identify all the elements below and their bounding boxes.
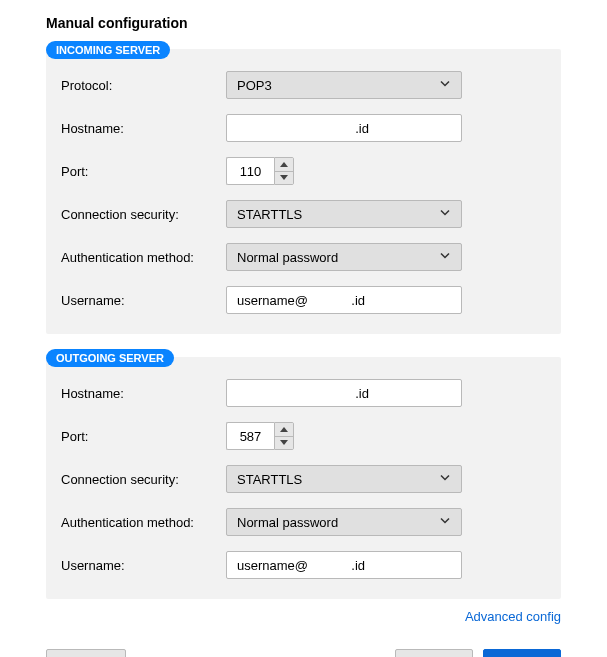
hostname-label: Hostname:: [61, 121, 226, 136]
spinner-up-button[interactable]: [275, 158, 293, 172]
auth-label: Authentication method:: [61, 515, 226, 530]
username-label: Username:: [61, 293, 226, 308]
username-label: Username:: [61, 558, 226, 573]
chevron-down-icon: [439, 78, 451, 93]
incoming-security-select[interactable]: STARTTLS: [226, 200, 462, 228]
cancel-button[interactable]: Cancel: [395, 649, 473, 657]
outgoing-server-section: Hostname: Port: Connection security:: [46, 357, 561, 599]
hostname-label: Hostname:: [61, 386, 226, 401]
page-title: Manual configuration: [46, 15, 561, 31]
protocol-value: POP3: [237, 78, 272, 93]
incoming-hostname-input[interactable]: [226, 114, 462, 142]
security-label: Connection security:: [61, 472, 226, 487]
chevron-down-icon: [439, 515, 451, 530]
port-label: Port:: [61, 429, 226, 444]
security-value: STARTTLS: [237, 472, 302, 487]
port-spinner: [274, 422, 294, 450]
protocol-label: Protocol:: [61, 78, 226, 93]
retest-button[interactable]: Re-test: [46, 649, 126, 657]
incoming-badge: INCOMING SERVER: [46, 41, 170, 59]
auth-value: Normal password: [237, 250, 338, 265]
chevron-down-icon: [439, 207, 451, 222]
auth-value: Normal password: [237, 515, 338, 530]
done-button[interactable]: Done: [483, 649, 561, 657]
port-spinner: [274, 157, 294, 185]
outgoing-badge: OUTGOING SERVER: [46, 349, 174, 367]
chevron-down-icon: [439, 250, 451, 265]
incoming-auth-select[interactable]: Normal password: [226, 243, 462, 271]
outgoing-username-input[interactable]: [226, 551, 462, 579]
port-label: Port:: [61, 164, 226, 179]
outgoing-auth-select[interactable]: Normal password: [226, 508, 462, 536]
security-label: Connection security:: [61, 207, 226, 222]
auth-label: Authentication method:: [61, 250, 226, 265]
protocol-select[interactable]: POP3: [226, 71, 462, 99]
spinner-down-button[interactable]: [275, 172, 293, 185]
spinner-up-button[interactable]: [275, 423, 293, 437]
security-value: STARTTLS: [237, 207, 302, 222]
button-row: Re-test Cancel Done: [46, 649, 561, 657]
outgoing-security-select[interactable]: STARTTLS: [226, 465, 462, 493]
chevron-down-icon: [439, 472, 451, 487]
incoming-server-section: Protocol: POP3 Hostname: Port:: [46, 49, 561, 334]
incoming-username-input[interactable]: [226, 286, 462, 314]
incoming-port-input[interactable]: [226, 157, 274, 185]
outgoing-hostname-input[interactable]: [226, 379, 462, 407]
spinner-down-button[interactable]: [275, 437, 293, 450]
outgoing-port-input[interactable]: [226, 422, 274, 450]
advanced-config-link[interactable]: Advanced config: [465, 609, 561, 624]
